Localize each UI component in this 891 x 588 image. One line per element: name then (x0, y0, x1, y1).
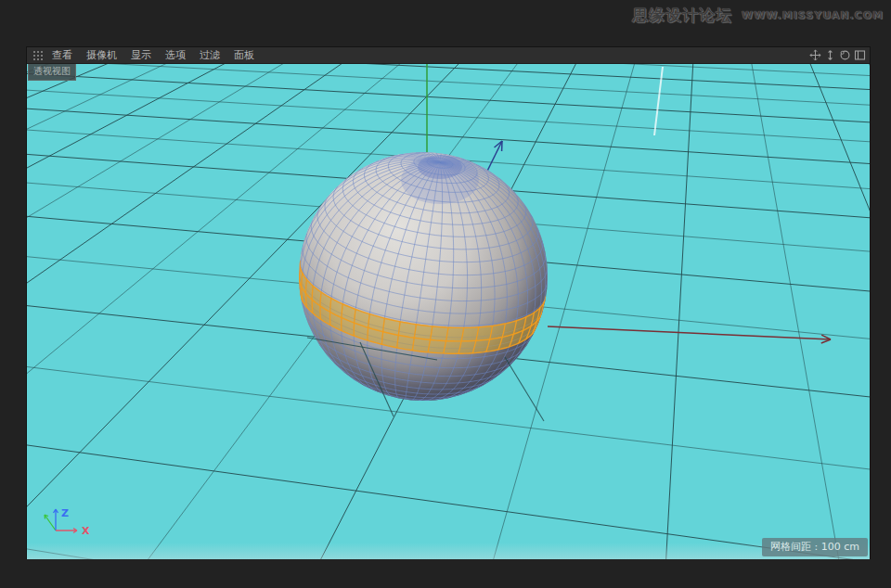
watermark-title: 思缘设计论坛 (632, 5, 732, 26)
dolly-icon[interactable] (824, 49, 836, 61)
gizmo-y-axis (45, 515, 56, 530)
rotate-icon[interactable] (839, 49, 851, 61)
menu-panel[interactable]: 面板 (234, 47, 254, 63)
pan-icon[interactable] (809, 49, 821, 61)
app-window: 思缘设计论坛 WWW.MISSYUAN.COM 查看 摄像机 显示 选项 过滤 … (0, 0, 891, 588)
viewport-bottom-fade (27, 543, 870, 559)
menu-view[interactable]: 查看 (52, 47, 72, 63)
menu-display[interactable]: 显示 (131, 47, 151, 63)
watermark: 思缘设计论坛 WWW.MISSYUAN.COM (632, 5, 884, 26)
gizmo-z-label: Z (61, 507, 69, 519)
grid-foreground-lines (27, 64, 870, 559)
axis-gizmo: Z X (38, 496, 103, 543)
viewport-menu-bar: 查看 摄像机 显示 选项 过滤 面板 (27, 47, 870, 64)
menu-camera[interactable]: 摄像机 (86, 47, 117, 63)
watermark-url: WWW.MISSYUAN.COM (742, 9, 884, 21)
viewport-panel: 查看 摄像机 显示 选项 过滤 面板 (26, 46, 871, 559)
gizmo-x-label: X (82, 525, 90, 537)
toggle-view-icon[interactable] (854, 49, 866, 61)
view-label-tab[interactable]: 透视视图 (28, 64, 76, 81)
menu-filter[interactable]: 过滤 (200, 47, 220, 63)
drag-handle-icon[interactable] (32, 50, 45, 60)
gizmo-x-axis (56, 529, 77, 533)
viewport-canvas[interactable]: 透视视图 Z X 网格间距 : 100 cm (27, 64, 870, 559)
grid-spacing-badge: 网格间距 : 100 cm (762, 538, 868, 556)
menu-options[interactable]: 选项 (165, 47, 186, 63)
